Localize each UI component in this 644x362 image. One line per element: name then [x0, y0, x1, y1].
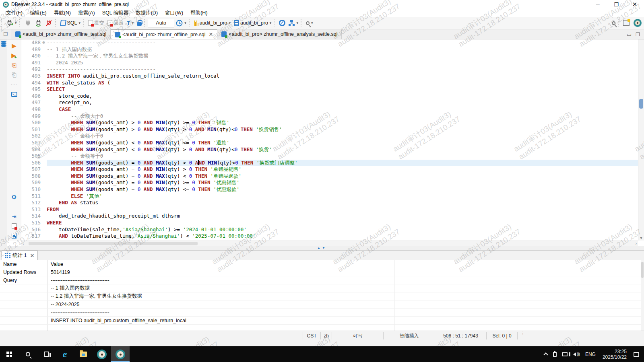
code-line[interactable]: 500 WHEN SUM(goods_amt) > 0 AND MIN(qty)… — [21, 119, 638, 126]
menu-item[interactable]: 导航(N) — [50, 9, 74, 17]
table-row[interactable]: Query----------------------------------- — [0, 276, 641, 284]
commit-graph-button[interactable]: ▾ — [287, 18, 300, 28]
close-icon[interactable]: ✕ — [30, 253, 34, 259]
code-line[interactable]: 498 CASE — [21, 106, 638, 113]
panel-scrollbar[interactable] — [641, 260, 644, 331]
scrollbar-thumb[interactable] — [29, 242, 198, 245]
usb-tray-button[interactable] — [550, 352, 559, 357]
reconnect-button[interactable] — [33, 18, 44, 28]
code-line[interactable]: 488⊖------------------------------------ — [21, 39, 638, 46]
table-row[interactable]: ----------------------------------- — [0, 309, 641, 317]
search-button[interactable]: ▾ — [304, 18, 315, 28]
scrollbar-thumb[interactable] — [641, 262, 644, 278]
maximize-button[interactable]: ❐ — [607, 0, 625, 9]
code-area[interactable]: 488⊖------------------------------------… — [21, 39, 638, 241]
explain-plan-button[interactable]: ⎗ — [7, 70, 21, 80]
panel-sash[interactable]: ▲▼ — [0, 246, 644, 250]
code-line[interactable]: 490-- 1.2 插入非海一家，非男生女生换货数据 — [21, 53, 638, 60]
language-indicator[interactable]: ENG — [582, 352, 599, 357]
transaction-mode-button[interactable]: T ▾ — [125, 18, 135, 28]
collapsed-database-navigator[interactable] — [0, 39, 7, 246]
code-line[interactable]: 508 WHEN SUM(goods_amt) = 0 AND MAX(qty)… — [21, 173, 638, 180]
minimize-button[interactable]: ─ — [588, 0, 607, 9]
code-line[interactable]: 499 -- 金额大于0 — [21, 113, 638, 120]
scroll-down-arrow[interactable]: ▼ — [638, 236, 644, 240]
dbeaver-taskbar-button-active[interactable] — [111, 346, 130, 362]
tray-expand-button[interactable] — [541, 352, 550, 356]
active-connection-selector[interactable]: audit_bi_pro ▾ — [192, 18, 232, 28]
restore-panel-icon[interactable]: ❐ — [0, 29, 11, 39]
statistics-table[interactable]: NameValueUpdated Rows5014119Query-------… — [0, 260, 641, 331]
scrollbar-thumb[interactable] — [639, 99, 643, 109]
dbeaver-taskbar-button[interactable] — [93, 346, 111, 362]
editor-tab[interactable]: <audit_bi_pro> zhumr_offline_pre.sql✕ — [111, 29, 217, 39]
code-line[interactable]: 504 WHEN SUM(goods_amt) < 0 AND MAX(qty)… — [21, 146, 638, 153]
connect-button[interactable] — [23, 18, 33, 28]
status-cell[interactable]: CST — [303, 332, 320, 339]
column-header-value[interactable]: Value — [47, 260, 394, 268]
code-line[interactable]: 506 WHEN SUM(goods_amt) = 0 AND MAX(qty)… — [21, 160, 638, 167]
rollback-button[interactable]: 回滚 — [106, 18, 125, 28]
open-perspective-button[interactable] — [621, 18, 631, 28]
menu-item[interactable]: 帮助(H) — [187, 9, 211, 17]
code-line[interactable]: 513FROM — [21, 206, 638, 213]
active-schema-selector[interactable]: audit_bi_pro ▾ — [232, 18, 273, 28]
status-cell[interactable]: 506 : 51 : 17943 — [435, 332, 486, 339]
code-line[interactable]: 510 WHEN SUM(goods_amt) = 0 AND MAX(qty)… — [21, 186, 638, 193]
dashboard-button[interactable] — [277, 18, 287, 28]
code-line[interactable]: 493INSERT INTO audit_bi_pro.custom_offli… — [21, 73, 638, 80]
menu-item[interactable]: SQL 编辑器 — [99, 9, 132, 17]
close-icon[interactable]: ✕ — [208, 31, 213, 37]
task-view-button[interactable] — [37, 346, 56, 362]
menu-item[interactable]: 搜索(A) — [74, 9, 99, 17]
taskbar-search-button[interactable] — [19, 346, 37, 362]
code-line[interactable]: 503 WHEN SUM(goods_amt) < 0 AND MAX(qty)… — [21, 140, 638, 146]
code-line[interactable]: 514 dwd_trade_hkaudit_shop_receipt_mt dt… — [21, 213, 638, 220]
commit-mode-combo[interactable]: Auto — [148, 19, 174, 27]
code-line[interactable]: 517 AND toDateTime(sale_time,'Asia/Shang… — [21, 233, 638, 240]
action-center-button[interactable] — [631, 352, 642, 357]
code-line[interactable]: 507 WHEN SUM(goods_amt) = 0 AND MIN(qty)… — [21, 166, 638, 173]
column-header-name[interactable]: Name — [0, 260, 47, 268]
code-line[interactable]: 497 receipt_no, — [21, 99, 638, 106]
export-result-button[interactable]: ⇥ — [7, 212, 21, 221]
lock-button[interactable] — [135, 18, 143, 28]
new-connection-button[interactable]: ▾ — [4, 18, 19, 28]
table-row[interactable]: -- 1 插入国内数据 — [0, 284, 641, 292]
commit-button[interactable]: 提交 — [87, 18, 106, 28]
code-line[interactable]: 509 WHEN SUM(goods_amt) = 0 AND MIN(qty)… — [21, 179, 638, 186]
execute-statement-button[interactable]: ▶ — [7, 41, 21, 51]
close-button[interactable]: ✕ — [625, 0, 644, 9]
code-line[interactable]: 516 toDateTime(sale_time,'Asia/Shanghai'… — [21, 226, 638, 233]
scroll-right-arrow[interactable]: › — [636, 241, 638, 246]
editor-horizontal-scrollbar[interactable]: ‹ › — [21, 241, 638, 246]
code-line[interactable]: 505 -- 金额等于0 — [21, 153, 638, 160]
output-log-button[interactable] — [7, 221, 21, 231]
status-cell[interactable]: Sel: 0 | 0 — [486, 332, 518, 339]
taskbar-clock[interactable]: 23:25 2025/10/22 — [599, 349, 631, 360]
code-line[interactable]: 494WITH sale_status AS ( — [21, 80, 638, 86]
editor-vertical-scrollbar[interactable]: ▼ — [638, 39, 644, 241]
internet-explorer-button[interactable]: e — [56, 346, 74, 362]
table-row[interactable] — [0, 325, 641, 331]
start-button[interactable] — [0, 346, 19, 362]
code-line[interactable]: 501 WHEN SUM(goods_amt) > 0 AND MAX(qty)… — [21, 126, 638, 133]
tab-statistics[interactable]: 统计 1 ✕ — [2, 251, 38, 260]
menu-item[interactable]: 窗口(W) — [161, 9, 187, 17]
table-row[interactable]: INSERT INTO audit_bi_pro.custom_offline_… — [0, 317, 641, 325]
transaction-log-button[interactable]: ▾ — [174, 18, 188, 28]
code-line[interactable]: 489-- 1 插入国内数据 — [21, 46, 638, 53]
table-row[interactable]: Updated Rows5014119 — [0, 268, 641, 276]
code-line[interactable]: 515WHERE — [21, 220, 638, 226]
editor-settings-button[interactable]: ⚙ — [7, 192, 21, 202]
table-row[interactable]: -- 2024-2025 — [0, 300, 641, 309]
volume-tray-button[interactable]: ))) — [570, 352, 582, 356]
menu-item[interactable]: 编辑(E) — [26, 9, 50, 17]
open-console-button[interactable]: >_ — [7, 89, 21, 99]
execute-script-button[interactable]: ⎘ — [7, 60, 21, 70]
menu-item[interactable]: 文件(F) — [2, 9, 26, 17]
dbeaver-perspective-icon[interactable] — [634, 19, 642, 27]
code-line[interactable]: 496 store_code, — [21, 93, 638, 100]
sql-editor-button[interactable]: SQL ▾ — [59, 18, 83, 28]
code-line[interactable]: 492------------------------------------ — [21, 66, 638, 73]
